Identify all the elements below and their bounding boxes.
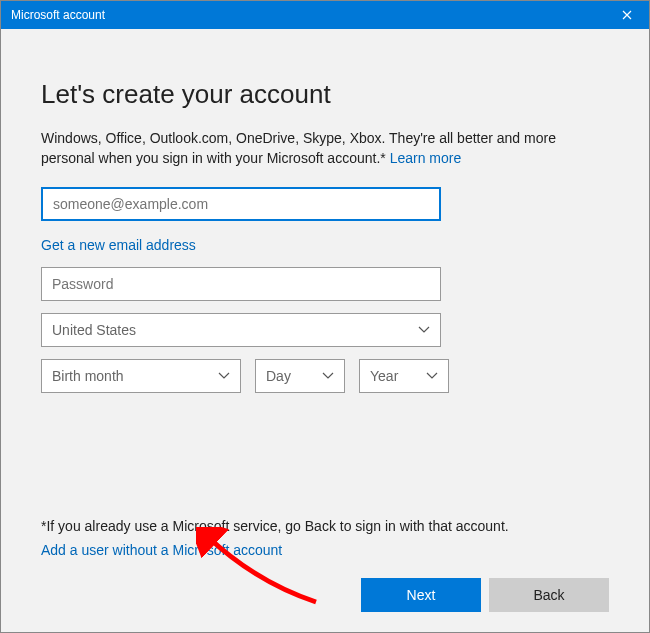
- page-title: Let's create your account: [41, 79, 609, 110]
- chevron-down-icon: [426, 360, 438, 392]
- country-select[interactable]: United States: [41, 313, 441, 347]
- button-bar: Next Back: [41, 578, 609, 612]
- add-user-without-account-link[interactable]: Add a user without a Microsoft account: [41, 542, 282, 558]
- chevron-down-icon: [418, 314, 430, 346]
- birth-year-select[interactable]: Year: [359, 359, 449, 393]
- window: Microsoft account Let's create your acco…: [0, 0, 650, 633]
- password-field[interactable]: [41, 267, 441, 301]
- chevron-down-icon: [218, 360, 230, 392]
- birth-month-select[interactable]: Birth month: [41, 359, 241, 393]
- get-new-email-link[interactable]: Get a new email address: [41, 237, 196, 253]
- next-button[interactable]: Next: [361, 578, 481, 612]
- description: Windows, Office, Outlook.com, OneDrive, …: [41, 128, 609, 169]
- content-area: Let's create your account Windows, Offic…: [1, 29, 649, 632]
- back-button[interactable]: Back: [489, 578, 609, 612]
- close-icon: [622, 7, 632, 23]
- footnote: *If you already use a Microsoft service,…: [41, 518, 609, 534]
- birth-month-label: Birth month: [52, 360, 124, 392]
- titlebar: Microsoft account: [1, 1, 649, 29]
- country-selected: United States: [52, 314, 136, 346]
- chevron-down-icon: [322, 360, 334, 392]
- email-field[interactable]: [41, 187, 441, 221]
- birth-day-label: Day: [266, 360, 291, 392]
- birth-year-label: Year: [370, 360, 398, 392]
- learn-more-link[interactable]: Learn more: [390, 150, 462, 166]
- window-title: Microsoft account: [11, 8, 105, 22]
- birth-day-select[interactable]: Day: [255, 359, 345, 393]
- close-button[interactable]: [604, 1, 649, 29]
- description-text: Windows, Office, Outlook.com, OneDrive, …: [41, 130, 556, 166]
